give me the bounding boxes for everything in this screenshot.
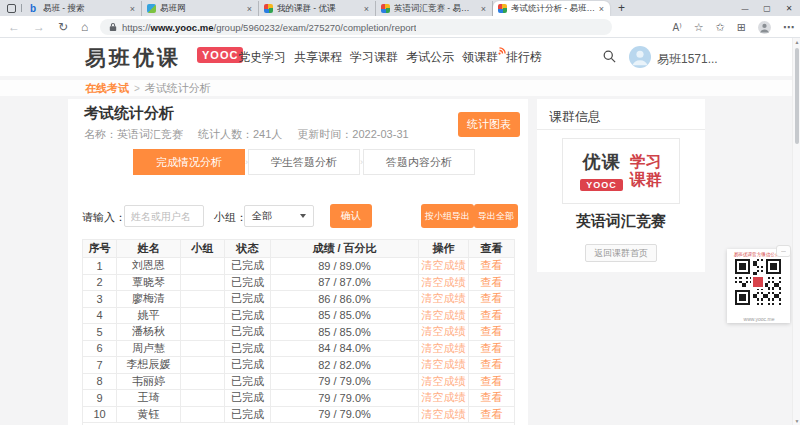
- table-row: 5潘杨秋已完成85 / 85.0%清空成绩查看: [83, 324, 515, 341]
- view-link[interactable]: 查看: [469, 258, 515, 275]
- clear-score-link[interactable]: 清空成绩: [419, 324, 469, 341]
- clear-score-link[interactable]: 清空成绩: [419, 258, 469, 275]
- clear-score-link[interactable]: 清空成绩: [419, 340, 469, 357]
- search-icon[interactable]: [602, 49, 617, 64]
- name-search-input[interactable]: [124, 205, 204, 227]
- nav-item[interactable]: 排行榜: [505, 49, 543, 66]
- nav-item[interactable]: 领课群: [461, 49, 499, 66]
- back-icon[interactable]: [8, 21, 20, 33]
- view-link[interactable]: 查看: [469, 340, 515, 357]
- scroll-up-icon[interactable]: [793, 39, 800, 45]
- home-icon[interactable]: [81, 21, 88, 33]
- table-cell: 姚平: [117, 307, 181, 324]
- view-link[interactable]: 查看: [469, 373, 515, 390]
- breadcrumb: 在线考试 > 考试统计分析: [0, 80, 800, 96]
- table-row: 6周卢慧已完成84 / 84.0%清空成绩查看: [83, 340, 515, 357]
- nav-item[interactable]: 共享课程: [293, 49, 343, 66]
- tab-close-icon[interactable]: ×: [246, 4, 253, 14]
- view-link[interactable]: 查看: [469, 390, 515, 407]
- nav-item[interactable]: 学习课群: [349, 49, 399, 66]
- confirm-button[interactable]: 确认: [330, 204, 372, 228]
- stats-chart-button[interactable]: 统计图表: [458, 112, 520, 137]
- page-scrollbar[interactable]: [792, 38, 800, 425]
- clear-score-link[interactable]: 清空成绩: [419, 373, 469, 390]
- column-header: 小组: [181, 240, 225, 258]
- nav-item[interactable]: 党史学习: [237, 49, 287, 66]
- table-cell: 79 / 79.0%: [271, 406, 419, 423]
- collections-star-icon[interactable]: [716, 22, 725, 33]
- analysis-tab[interactable]: 完成情况分析: [133, 149, 245, 175]
- table-cell: 8: [83, 373, 117, 390]
- back-to-course-button[interactable]: 返回课群首页: [585, 244, 657, 262]
- course-logo-right2: 课群: [630, 171, 662, 189]
- settings-more-icon[interactable]: [783, 22, 794, 33]
- column-header: 序号: [83, 240, 117, 258]
- favorites-icon[interactable]: [694, 22, 704, 33]
- table-cell: 已完成: [225, 324, 271, 341]
- tab-close-icon[interactable]: ×: [480, 4, 487, 14]
- analysis-tab[interactable]: 答题内容分析: [363, 149, 475, 175]
- username[interactable]: 易班1571...: [657, 51, 718, 68]
- table-cell: [181, 390, 225, 407]
- clear-score-link[interactable]: 清空成绩: [419, 406, 469, 423]
- tab-close-icon[interactable]: ×: [363, 4, 370, 14]
- forward-icon[interactable]: [33, 21, 45, 33]
- view-link[interactable]: 查看: [469, 274, 515, 291]
- browser-tab[interactable]: 考试统计分析 - 易班优课×: [493, 1, 610, 16]
- browser-tab[interactable]: 英语词汇竞赛 - 易班优课×: [376, 1, 493, 16]
- export-all-button[interactable]: 导出全部: [474, 204, 518, 228]
- column-header: 查看: [469, 240, 515, 258]
- view-link[interactable]: 查看: [469, 357, 515, 374]
- new-tab-button[interactable]: [618, 2, 625, 14]
- view-link[interactable]: 查看: [469, 406, 515, 423]
- table-cell: 10: [83, 406, 117, 423]
- group-select[interactable]: 全部: [244, 205, 314, 227]
- exam-stats-panel: 考试统计分析 名称：英语词汇竞赛 统计人数：241人 更新时间：2022-03-…: [68, 99, 528, 425]
- course-logo-right1: 学习: [630, 153, 662, 171]
- breadcrumb-root-link[interactable]: 在线考试: [85, 81, 129, 96]
- clear-score-link[interactable]: 清空成绩: [419, 291, 469, 308]
- browser-window: b易班 - 搜索×易班网×我的课群 - 优课×英语词汇竞赛 - 易班优课×考试统…: [0, 0, 800, 425]
- table-cell: 89 / 89.0%: [271, 258, 419, 275]
- view-link[interactable]: 查看: [469, 324, 515, 341]
- column-header: 成绩 / 百分比: [271, 240, 419, 258]
- clear-score-link[interactable]: 清空成绩: [419, 274, 469, 291]
- table-row: 4姚平已完成85 / 85.0%清空成绩查看: [83, 307, 515, 324]
- qr-minimize-button[interactable]: [776, 245, 791, 257]
- minimize-button[interactable]: [734, 0, 756, 16]
- clear-score-link[interactable]: 清空成绩: [419, 390, 469, 407]
- table-cell: 已完成: [225, 373, 271, 390]
- analysis-tab[interactable]: 学生答题分析: [248, 149, 360, 175]
- view-link[interactable]: 查看: [469, 291, 515, 308]
- maximize-button[interactable]: [756, 0, 778, 16]
- browser-tab[interactable]: b易班 - 搜索×: [25, 1, 142, 16]
- user-avatar[interactable]: [629, 46, 651, 68]
- browser-tab[interactable]: 易班网×: [142, 1, 259, 16]
- profile-icon[interactable]: [758, 21, 771, 34]
- tab-title: 易班网: [160, 3, 244, 15]
- site-logo[interactable]: 易班优课: [85, 44, 181, 72]
- clear-score-link[interactable]: 清空成绩: [419, 357, 469, 374]
- close-button[interactable]: [778, 0, 800, 16]
- table-cell: [181, 307, 225, 324]
- scrollbar-thumb[interactable]: [795, 48, 799, 144]
- table-cell: 9: [83, 390, 117, 407]
- clear-score-link[interactable]: 清空成绩: [419, 307, 469, 324]
- tab-actions-icon[interactable]: [7, 4, 16, 13]
- export-by-group-button[interactable]: 按小组导出: [421, 204, 474, 228]
- table-cell: [181, 274, 225, 291]
- nav-item[interactable]: 考试公示: [405, 49, 455, 66]
- browser-tab[interactable]: 我的课群 - 优课×: [259, 1, 376, 16]
- group-select-value: 全部: [252, 209, 272, 223]
- browser-essentials-icon[interactable]: [737, 22, 746, 33]
- table-cell: 1: [83, 258, 117, 275]
- tab-close-icon[interactable]: ×: [598, 4, 605, 14]
- view-link[interactable]: 查看: [469, 307, 515, 324]
- refresh-icon[interactable]: [58, 21, 68, 33]
- table-cell: 79 / 79.0%: [271, 373, 419, 390]
- tab-close-icon[interactable]: ×: [129, 4, 136, 14]
- scroll-down-icon[interactable]: [793, 418, 800, 424]
- address-bar[interactable]: https://www.yooc.me/group/5960232/exam/2…: [100, 19, 612, 35]
- read-aloud-icon[interactable]: [673, 22, 682, 33]
- qr-widget: 易班优课官方微信公众号 www.yooc.me: [727, 249, 790, 323]
